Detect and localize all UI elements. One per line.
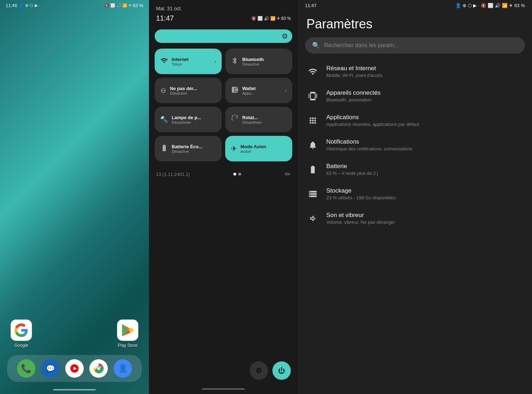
qs-screen-icon: ⬜ bbox=[257, 16, 263, 21]
settings-item-stockage[interactable]: Stockage 23 % utilisés - 198 Go disponib… bbox=[301, 182, 529, 206]
qs-power-icon: ⏻ bbox=[278, 367, 285, 375]
qs-dnd-content: Ne pas dér... Désactivé bbox=[170, 86, 216, 95]
qs-bluetooth-sublabel: Désactivé bbox=[242, 62, 287, 66]
qs-tile-torch[interactable]: 🔦 Lampe de p... Désactivée bbox=[155, 107, 222, 132]
qs-torch-icon: 🔦 bbox=[160, 116, 168, 123]
qs-wallet-arrow: › bbox=[285, 88, 287, 93]
settings-notif-icon: 👤 bbox=[455, 3, 461, 8]
qs-internet-content: Internet Tokyo bbox=[172, 57, 211, 66]
playstore-icon[interactable] bbox=[117, 320, 138, 341]
quick-settings-panel: Mar. 31 oct. 11:47 🔇 ⬜ 🔊 📶 ✈ 83 % ⚙ bbox=[149, 0, 298, 394]
settings-status-bar: 11:47 👤 ⊕ ⬡ ▶ · 🔇 ⬜ 🔊 📶 ✈ 83 % bbox=[298, 0, 532, 11]
home-dot-icon: · bbox=[39, 4, 40, 8]
home-silent-icon: 🔇 bbox=[104, 3, 109, 8]
qs-wallet-content: Wallet Appu... bbox=[242, 86, 281, 95]
settings-battery-content: Batterie 83 % – Il reste plus de 2 j bbox=[326, 163, 523, 176]
home-app-grid: Google Play Store bbox=[0, 312, 149, 355]
settings-bell-icon bbox=[306, 139, 319, 151]
qs-power-button[interactable]: ⏻ bbox=[272, 361, 291, 380]
dock-chrome[interactable] bbox=[89, 359, 108, 378]
settings-item-appareils[interactable]: Appareils connectés Bluetooth, associati… bbox=[301, 84, 529, 108]
home-battery: 83 % bbox=[133, 3, 143, 8]
google-app[interactable]: Google bbox=[11, 320, 32, 348]
settings-notifs-subtitle: Historique des notifications, conversati… bbox=[326, 146, 523, 151]
qs-tile-internet[interactable]: Internet Tokyo › bbox=[155, 49, 222, 74]
settings-item-batterie[interactable]: Batterie 83 % – Il reste plus de 2 j bbox=[301, 157, 529, 182]
qs-brightness-bar[interactable]: ⚙ bbox=[155, 29, 292, 43]
settings-item-applications[interactable]: Applications Applications récentes, appl… bbox=[301, 108, 529, 133]
qs-wallet-label: Wallet bbox=[242, 86, 281, 91]
settings-wifi-icon bbox=[306, 65, 319, 78]
qs-bottom-buttons: ⚙ ⏻ bbox=[149, 356, 298, 385]
qs-battery-label: Batterie Éco... bbox=[172, 144, 216, 149]
settings-reseau-content: Réseau et Internet Mobile, Wi-Fi, point … bbox=[326, 65, 523, 78]
settings-cast-icon: ⬡ bbox=[468, 3, 472, 8]
qs-tile-rotation[interactable]: Rotat... Désactivée bbox=[225, 107, 292, 132]
settings-appareils-subtitle: Bluetooth, association bbox=[326, 97, 523, 102]
qs-brightness-gear[interactable]: ⚙ bbox=[282, 32, 288, 40]
settings-item-reseau[interactable]: Réseau et Internet Mobile, Wi-Fi, point … bbox=[301, 59, 529, 84]
qs-rotation-sublabel: Désactivée bbox=[242, 120, 287, 124]
home-home-indicator bbox=[53, 389, 96, 390]
qs-header: Mar. 31 oct. 11:47 🔇 ⬜ 🔊 📶 ✈ 83 % bbox=[149, 0, 298, 25]
home-yt-icon: ▶ bbox=[35, 3, 38, 8]
qs-rotation-content: Rotat... Désactivée bbox=[242, 115, 287, 124]
settings-battery-title: Batterie bbox=[326, 163, 523, 170]
settings-vol-icon: 🔊 bbox=[495, 3, 500, 8]
home-notification-icon: 👤 bbox=[19, 3, 24, 8]
settings-appareils-content: Appareils connectés Bluetooth, associati… bbox=[326, 89, 523, 102]
google-icon[interactable] bbox=[11, 320, 32, 341]
qs-tile-dnd[interactable]: ⊖ Ne pas dér... Désactivé bbox=[155, 78, 222, 103]
qs-wallet-icon bbox=[231, 86, 239, 95]
qs-tile-airplane[interactable]: ✈ Mode Avion Activé bbox=[225, 136, 292, 161]
settings-search-icon: 🔍 bbox=[312, 41, 320, 49]
qs-wallet-sublabel: Appu... bbox=[242, 91, 281, 95]
settings-silent-icon: 🔇 bbox=[481, 3, 486, 8]
settings-volume-icon bbox=[306, 212, 319, 225]
qs-dnd-sublabel: Désactivé bbox=[170, 91, 216, 95]
settings-reseau-subtitle: Mobile, Wi-Fi, point d'accès bbox=[326, 73, 523, 78]
settings-plane-icon: ✈ bbox=[509, 3, 513, 8]
qs-page-dots bbox=[233, 173, 241, 176]
qs-tile-bluetooth[interactable]: Bluetooth Désactivé bbox=[225, 49, 292, 74]
home-status-bar: 11:46 👤 ⊕ ⬡ ▶ · 🔇 ⬜ 🔊 📶 ✈ 83 % bbox=[0, 0, 149, 11]
home-status-left: 11:46 👤 ⊕ ⬡ ▶ · bbox=[6, 3, 40, 8]
dock-messages[interactable]: 💬 bbox=[41, 359, 60, 378]
qs-bluetooth-icon bbox=[231, 57, 239, 66]
home-screen-icon: ⬜ bbox=[110, 3, 115, 8]
settings-apps-content: Applications Applications récentes, appl… bbox=[326, 114, 523, 127]
qs-tile-wallet[interactable]: Wallet Appu... › bbox=[225, 78, 292, 103]
qs-settings-button[interactable]: ⚙ bbox=[250, 361, 268, 380]
qs-home-indicator bbox=[202, 388, 245, 390]
qs-tile-battery[interactable]: Batterie Éco... Désactivé bbox=[155, 136, 222, 161]
home-dock: 📞 💬 👤 bbox=[7, 355, 142, 382]
qs-signal-icon: 📶 bbox=[270, 16, 276, 21]
settings-item-notifications[interactable]: Notifications Historique des notificatio… bbox=[301, 133, 529, 157]
qs-edit-icon[interactable]: ✏ bbox=[285, 170, 291, 178]
settings-dot: · bbox=[478, 3, 480, 8]
settings-item-son[interactable]: Son et vibreur Volume, vibreur, Ne pas d… bbox=[301, 206, 529, 231]
settings-battery: 83 % bbox=[514, 3, 525, 8]
qs-date: Mar. 31 oct. bbox=[156, 6, 291, 11]
settings-search-bar[interactable]: 🔍 Rechercher dans les param... bbox=[305, 37, 525, 54]
settings-yt-icon: ▶ bbox=[473, 3, 477, 8]
home-gps-icon: ⊕ bbox=[25, 3, 28, 8]
settings-battery-subtitle: 83 % – Il reste plus de 2 j bbox=[326, 171, 523, 176]
dock-contacts[interactable]: 👤 bbox=[113, 359, 132, 378]
qs-airplane-icon: ✈ bbox=[231, 144, 237, 153]
dock-youtube[interactable] bbox=[65, 359, 84, 378]
settings-reseau-title: Réseau et Internet bbox=[326, 65, 523, 72]
playstore-label: Play Store bbox=[118, 343, 137, 348]
settings-son-content: Son et vibreur Volume, vibreur, Ne pas d… bbox=[326, 212, 523, 225]
settings-apps-subtitle: Applications récentes, applications par … bbox=[326, 122, 523, 127]
qs-bluetooth-content: Bluetooth Désactivé bbox=[242, 57, 287, 66]
settings-devices-icon bbox=[306, 90, 319, 102]
settings-apps-icon bbox=[306, 114, 319, 127]
playstore-app[interactable]: Play Store bbox=[117, 320, 138, 348]
home-vol-icon: 🔊 bbox=[116, 3, 121, 8]
dock-phone[interactable]: 📞 bbox=[17, 359, 35, 378]
settings-apps-title: Applications bbox=[326, 114, 523, 121]
settings-screen-icon: ⬜ bbox=[488, 3, 493, 8]
qs-airplane-content: Mode Avion Activé bbox=[240, 144, 287, 154]
settings-items-list: Réseau et Internet Mobile, Wi-Fi, point … bbox=[298, 59, 532, 394]
